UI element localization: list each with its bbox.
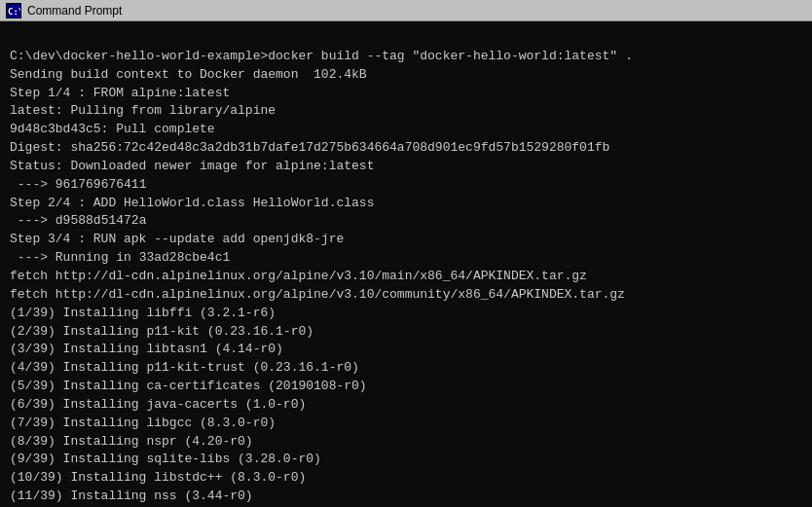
terminal-window[interactable]: C:\dev\docker-hello-world-example>docker… xyxy=(0,21,812,507)
svg-text:C:\: C:\ xyxy=(8,7,20,17)
cmd-icon: C:\ xyxy=(6,3,21,18)
terminal-content: C:\dev\docker-hello-world-example>docker… xyxy=(10,29,802,507)
title-bar: C:\ Command Prompt xyxy=(0,0,812,21)
title-bar-text: Command Prompt xyxy=(27,4,122,18)
